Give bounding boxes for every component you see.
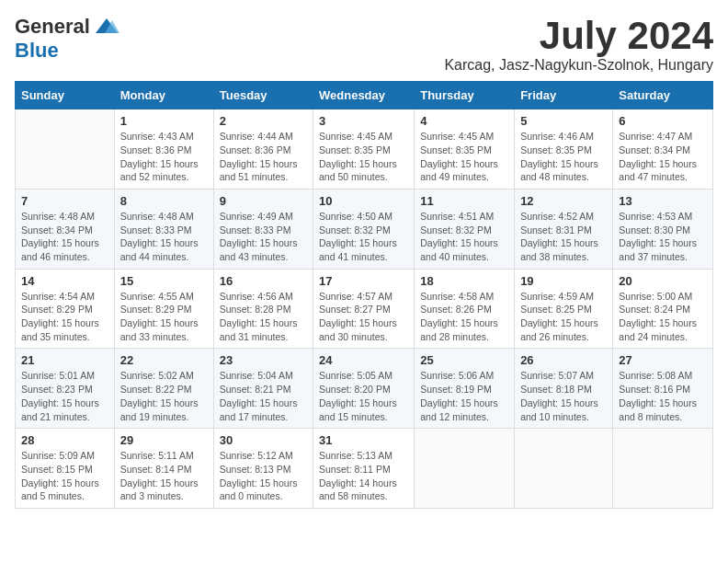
day-number: 12	[520, 194, 607, 208]
day-of-week-header: Friday	[515, 82, 613, 109]
day-number: 22	[120, 353, 208, 367]
day-number: 15	[120, 274, 208, 288]
day-number: 17	[319, 274, 408, 288]
day-number: 26	[520, 353, 607, 367]
day-of-week-header: Saturday	[613, 82, 713, 109]
calendar-cell: 24Sunrise: 5:05 AM Sunset: 8:20 PM Dayli…	[313, 349, 415, 429]
day-info: Sunrise: 4:52 AM Sunset: 8:31 PM Dayligh…	[520, 210, 607, 264]
calendar-cell: 5Sunrise: 4:46 AM Sunset: 8:35 PM Daylig…	[515, 109, 613, 190]
logo-icon	[94, 17, 119, 37]
day-number: 28	[21, 433, 108, 447]
calendar-cell	[415, 429, 515, 509]
month-year-title: July 2024	[444, 15, 713, 57]
calendar-cell	[515, 429, 613, 509]
day-info: Sunrise: 5:04 AM Sunset: 8:21 PM Dayligh…	[220, 369, 307, 423]
calendar-cell: 7Sunrise: 4:48 AM Sunset: 8:34 PM Daylig…	[16, 189, 115, 269]
day-number: 9	[220, 194, 307, 208]
day-info: Sunrise: 4:45 AM Sunset: 8:35 PM Dayligh…	[420, 130, 508, 184]
day-info: Sunrise: 5:07 AM Sunset: 8:18 PM Dayligh…	[520, 369, 607, 423]
day-info: Sunrise: 5:12 AM Sunset: 8:13 PM Dayligh…	[220, 449, 307, 503]
day-number: 31	[319, 433, 408, 447]
day-number: 2	[220, 114, 307, 128]
calendar-week-row: 21Sunrise: 5:01 AM Sunset: 8:23 PM Dayli…	[16, 349, 713, 429]
calendar-cell: 23Sunrise: 5:04 AM Sunset: 8:21 PM Dayli…	[213, 349, 313, 429]
calendar-cell: 30Sunrise: 5:12 AM Sunset: 8:13 PM Dayli…	[213, 429, 313, 509]
logo-blue-text: Blue	[15, 39, 59, 62]
calendar-cell: 18Sunrise: 4:58 AM Sunset: 8:26 PM Dayli…	[415, 269, 515, 349]
calendar-table: SundayMondayTuesdayWednesdayThursdayFrid…	[15, 81, 713, 509]
day-number: 13	[619, 194, 707, 208]
day-number: 14	[21, 274, 108, 288]
day-info: Sunrise: 5:01 AM Sunset: 8:23 PM Dayligh…	[21, 369, 108, 423]
logo: General Blue	[15, 15, 119, 63]
calendar-cell: 26Sunrise: 5:07 AM Sunset: 8:18 PM Dayli…	[515, 349, 613, 429]
calendar-week-row: 28Sunrise: 5:09 AM Sunset: 8:15 PM Dayli…	[16, 429, 713, 509]
calendar-cell: 3Sunrise: 4:45 AM Sunset: 8:35 PM Daylig…	[313, 109, 415, 190]
calendar-cell: 31Sunrise: 5:13 AM Sunset: 8:11 PM Dayli…	[313, 429, 415, 509]
calendar-cell: 25Sunrise: 5:06 AM Sunset: 8:19 PM Dayli…	[415, 349, 515, 429]
calendar-week-row: 14Sunrise: 4:54 AM Sunset: 8:29 PM Dayli…	[16, 269, 713, 349]
day-number: 25	[420, 353, 508, 367]
day-number: 11	[420, 194, 508, 208]
calendar-cell: 1Sunrise: 4:43 AM Sunset: 8:36 PM Daylig…	[114, 109, 213, 190]
calendar-week-row: 1Sunrise: 4:43 AM Sunset: 8:36 PM Daylig…	[16, 109, 713, 190]
day-info: Sunrise: 4:59 AM Sunset: 8:25 PM Dayligh…	[520, 290, 607, 344]
day-info: Sunrise: 4:55 AM Sunset: 8:29 PM Dayligh…	[120, 290, 208, 344]
day-number: 30	[220, 433, 307, 447]
calendar-cell: 8Sunrise: 4:48 AM Sunset: 8:33 PM Daylig…	[114, 189, 213, 269]
day-number: 29	[120, 433, 208, 447]
calendar-cell: 10Sunrise: 4:50 AM Sunset: 8:32 PM Dayli…	[313, 189, 415, 269]
day-number: 19	[520, 274, 607, 288]
day-info: Sunrise: 4:54 AM Sunset: 8:29 PM Dayligh…	[21, 290, 108, 344]
day-number: 10	[319, 194, 408, 208]
day-info: Sunrise: 4:43 AM Sunset: 8:36 PM Dayligh…	[120, 130, 208, 184]
calendar-cell: 21Sunrise: 5:01 AM Sunset: 8:23 PM Dayli…	[16, 349, 115, 429]
day-info: Sunrise: 5:09 AM Sunset: 8:15 PM Dayligh…	[21, 449, 108, 503]
day-number: 18	[420, 274, 508, 288]
day-info: Sunrise: 5:00 AM Sunset: 8:24 PM Dayligh…	[619, 290, 707, 344]
day-number: 5	[520, 114, 607, 128]
day-info: Sunrise: 4:50 AM Sunset: 8:32 PM Dayligh…	[319, 210, 408, 264]
calendar-week-row: 7Sunrise: 4:48 AM Sunset: 8:34 PM Daylig…	[16, 189, 713, 269]
day-of-week-header: Wednesday	[313, 82, 415, 109]
day-info: Sunrise: 4:48 AM Sunset: 8:34 PM Dayligh…	[21, 210, 108, 264]
calendar-cell	[16, 109, 115, 190]
day-of-week-header: Tuesday	[213, 82, 313, 109]
day-info: Sunrise: 4:57 AM Sunset: 8:27 PM Dayligh…	[319, 290, 408, 344]
calendar-cell: 13Sunrise: 4:53 AM Sunset: 8:30 PM Dayli…	[613, 189, 713, 269]
day-of-week-header: Monday	[114, 82, 213, 109]
calendar-cell: 6Sunrise: 4:47 AM Sunset: 8:34 PM Daylig…	[613, 109, 713, 190]
calendar-cell	[613, 429, 713, 509]
calendar-cell: 4Sunrise: 4:45 AM Sunset: 8:35 PM Daylig…	[415, 109, 515, 190]
day-number: 16	[220, 274, 307, 288]
day-number: 6	[619, 114, 707, 128]
day-info: Sunrise: 5:13 AM Sunset: 8:11 PM Dayligh…	[319, 449, 408, 503]
calendar-cell: 9Sunrise: 4:49 AM Sunset: 8:33 PM Daylig…	[213, 189, 313, 269]
calendar-cell: 22Sunrise: 5:02 AM Sunset: 8:22 PM Dayli…	[114, 349, 213, 429]
logo-general-text: General	[15, 15, 90, 39]
day-info: Sunrise: 4:56 AM Sunset: 8:28 PM Dayligh…	[220, 290, 307, 344]
day-info: Sunrise: 4:46 AM Sunset: 8:35 PM Dayligh…	[520, 130, 607, 184]
day-info: Sunrise: 4:45 AM Sunset: 8:35 PM Dayligh…	[319, 130, 408, 184]
day-info: Sunrise: 5:02 AM Sunset: 8:22 PM Dayligh…	[120, 369, 208, 423]
header: General Blue July 2024 Karcag, Jasz-Nagy…	[15, 15, 713, 74]
day-info: Sunrise: 4:47 AM Sunset: 8:34 PM Dayligh…	[619, 130, 707, 184]
calendar-cell: 28Sunrise: 5:09 AM Sunset: 8:15 PM Dayli…	[16, 429, 115, 509]
day-number: 4	[420, 114, 508, 128]
day-number: 21	[21, 353, 108, 367]
day-of-week-header: Thursday	[415, 82, 515, 109]
day-number: 1	[120, 114, 208, 128]
calendar-cell: 11Sunrise: 4:51 AM Sunset: 8:32 PM Dayli…	[415, 189, 515, 269]
calendar-cell: 19Sunrise: 4:59 AM Sunset: 8:25 PM Dayli…	[515, 269, 613, 349]
day-number: 20	[619, 274, 707, 288]
calendar-cell: 12Sunrise: 4:52 AM Sunset: 8:31 PM Dayli…	[515, 189, 613, 269]
day-number: 23	[220, 353, 307, 367]
day-info: Sunrise: 4:49 AM Sunset: 8:33 PM Dayligh…	[220, 210, 307, 264]
location-subtitle: Karcag, Jasz-Nagykun-Szolnok, Hungary	[444, 57, 713, 74]
calendar-cell: 2Sunrise: 4:44 AM Sunset: 8:36 PM Daylig…	[213, 109, 313, 190]
day-info: Sunrise: 4:51 AM Sunset: 8:32 PM Dayligh…	[420, 210, 508, 264]
day-info: Sunrise: 4:58 AM Sunset: 8:26 PM Dayligh…	[420, 290, 508, 344]
day-info: Sunrise: 5:11 AM Sunset: 8:14 PM Dayligh…	[120, 449, 208, 503]
day-number: 8	[120, 194, 208, 208]
title-area: July 2024 Karcag, Jasz-Nagykun-Szolnok, …	[444, 15, 713, 74]
